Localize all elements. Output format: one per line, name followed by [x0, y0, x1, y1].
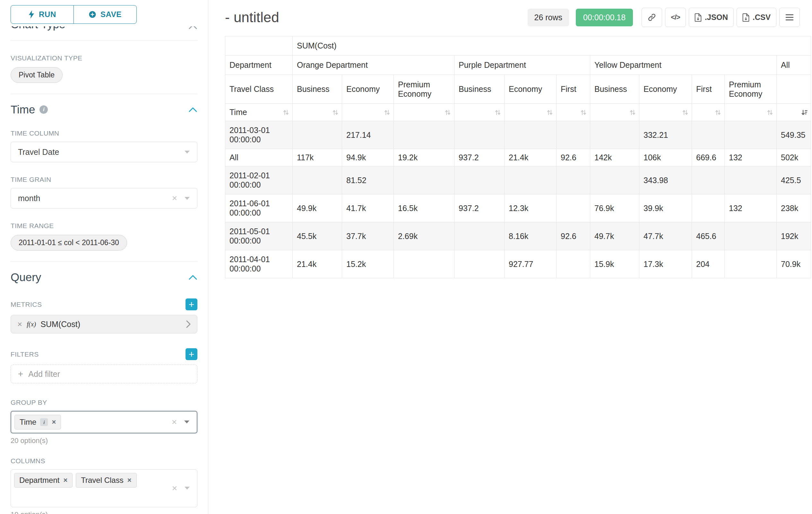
add-metric-button[interactable]: +: [185, 298, 197, 310]
chevron-right-icon[interactable]: [186, 320, 191, 328]
sort-toggle-icon[interactable]: [629, 109, 636, 116]
sort-toggle-icon[interactable]: [332, 109, 339, 116]
add-filter-plus-button[interactable]: +: [185, 348, 197, 360]
pivot-sort-cell: [590, 104, 639, 121]
export-json-button[interactable]: .JSON: [689, 8, 734, 27]
column-info-icon[interactable]: i: [40, 418, 48, 426]
group-by-option-count: 20 option(s): [10, 437, 197, 445]
pivot-cell: 81.52: [342, 166, 394, 194]
run-button[interactable]: RUN: [10, 5, 74, 24]
pivot-cell: 132: [725, 194, 777, 222]
pivot-empty-header: [777, 75, 811, 104]
group-by-select[interactable]: Time i × ×: [10, 411, 197, 433]
pivot-cell: 142k: [590, 149, 639, 166]
chart-title[interactable]: - untitled: [225, 9, 279, 25]
save-button-label: SAVE: [100, 10, 122, 19]
collapse-section-icon[interactable]: [188, 107, 197, 112]
time-grain-label: TIME GRAIN: [10, 176, 197, 184]
columns-tag-label: Travel Class: [81, 476, 123, 485]
pivot-cell: 15.9k: [590, 250, 639, 278]
pivot-sort-cell: [639, 104, 692, 121]
remove-tag-icon[interactable]: ×: [52, 418, 56, 426]
pivot-sort-cell: [394, 104, 455, 121]
pivot-cell: [725, 166, 777, 194]
hamburger-menu-icon: [785, 14, 794, 21]
group-by-tag-label: Time: [20, 417, 36, 427]
share-link-button[interactable]: [642, 8, 662, 27]
caret-down-icon: [184, 197, 190, 200]
columns-tag: Travel Class ×: [76, 473, 137, 488]
pivot-sort-cell: [692, 104, 725, 121]
sort-toggle-icon[interactable]: [682, 109, 689, 116]
pivot-department-header: Purple Department: [455, 56, 590, 75]
chevron-up-icon[interactable]: [188, 26, 197, 29]
save-button[interactable]: SAVE: [74, 5, 137, 24]
pivot-department-label: Department: [225, 56, 293, 75]
sort-toggle-icon[interactable]: [767, 109, 773, 116]
collapse-section-icon[interactable]: [188, 275, 197, 280]
pivot-data-row: 2011-05-01 00:00:0045.5k37.7k2.69k8.16k9…: [225, 222, 811, 250]
pivot-cell: [590, 166, 639, 194]
chart-header-actions: 26 rows 00:00:00.18 </> .JSON: [528, 8, 800, 27]
pivot-cell: [692, 166, 725, 194]
sort-toggle-icon[interactable]: [283, 109, 289, 116]
sort-desc-icon[interactable]: [801, 109, 808, 116]
pivot-cell: [725, 121, 777, 149]
pivot-row-header: 2011-03-01 00:00:00: [225, 121, 293, 149]
sort-toggle-icon[interactable]: [444, 109, 451, 116]
remove-tag-icon[interactable]: ×: [63, 477, 67, 484]
divider: [10, 94, 197, 94]
pivot-class-header: First: [556, 75, 590, 104]
view-query-button[interactable]: </>: [665, 8, 686, 27]
clear-icon[interactable]: ×: [172, 417, 177, 427]
pivot-cell: [692, 194, 725, 222]
clear-icon[interactable]: ×: [172, 194, 177, 203]
pivot-cell: 8.16k: [504, 222, 556, 250]
columns-select[interactable]: Department × Travel Class × ×: [10, 469, 197, 507]
pivot-class-header: Business: [455, 75, 504, 104]
filters-label-row: FILTERS +: [10, 348, 197, 360]
function-icon: f(x): [27, 320, 36, 328]
pivot-cell: 15.2k: [342, 250, 394, 278]
pivot-cell: 465.6: [692, 222, 725, 250]
pivot-class-row: Travel ClassBusinessEconomyPremium Econo…: [225, 75, 811, 104]
add-filter-label: Add filter: [28, 370, 60, 379]
visualization-type-pill[interactable]: Pivot Table: [10, 67, 63, 83]
sort-toggle-icon[interactable]: [547, 109, 553, 116]
info-icon[interactable]: i: [39, 105, 48, 114]
pivot-cell: [455, 166, 504, 194]
pivot-cell: [725, 222, 777, 250]
remove-tag-icon[interactable]: ×: [127, 477, 132, 484]
pivot-class-header: Economy: [639, 75, 692, 104]
metric-value: SUM(Cost): [40, 320, 80, 329]
metric-option[interactable]: × f(x) SUM(Cost): [10, 315, 197, 333]
pivot-cell: 106k: [639, 149, 692, 166]
time-range-pill[interactable]: 2011-01-01 ≤ col < 2011-06-30: [10, 235, 127, 250]
time-range-value: 2011-01-01 ≤ col < 2011-06-30: [19, 238, 119, 247]
caret-down-icon: [184, 150, 190, 154]
visualization-type-value: Pivot Table: [19, 71, 55, 79]
sort-toggle-icon[interactable]: [495, 109, 501, 116]
pivot-cell: [455, 121, 504, 149]
add-filter-button[interactable]: + Add filter: [10, 364, 197, 383]
time-grain-select[interactable]: month ×: [10, 188, 197, 209]
pivot-sort-cell: [725, 104, 777, 121]
remove-metric-icon[interactable]: ×: [17, 320, 22, 328]
pivot-department-header: Yellow Department: [590, 56, 777, 75]
menu-button[interactable]: [779, 8, 800, 27]
sort-toggle-icon[interactable]: [580, 109, 587, 116]
clear-icon[interactable]: ×: [172, 484, 177, 493]
pivot-class-header: Premium Economy: [725, 75, 777, 104]
group-by-label: GROUP BY: [10, 399, 197, 406]
sort-toggle-icon[interactable]: [715, 109, 721, 116]
export-csv-button[interactable]: .CSV: [736, 8, 776, 27]
metrics-label: METRICS: [10, 301, 42, 308]
time-column-label: TIME COLUMN: [10, 130, 197, 137]
pivot-cell: 343.98: [639, 166, 692, 194]
pivot-sort-cell: [777, 104, 811, 121]
chart-type-section-header: Chart Type: [10, 26, 197, 36]
pivot-cell: [504, 121, 556, 149]
time-column-select[interactable]: Travel Date: [10, 142, 197, 162]
sort-toggle-icon[interactable]: [384, 109, 390, 116]
columns-tag-label: Department: [19, 476, 59, 485]
